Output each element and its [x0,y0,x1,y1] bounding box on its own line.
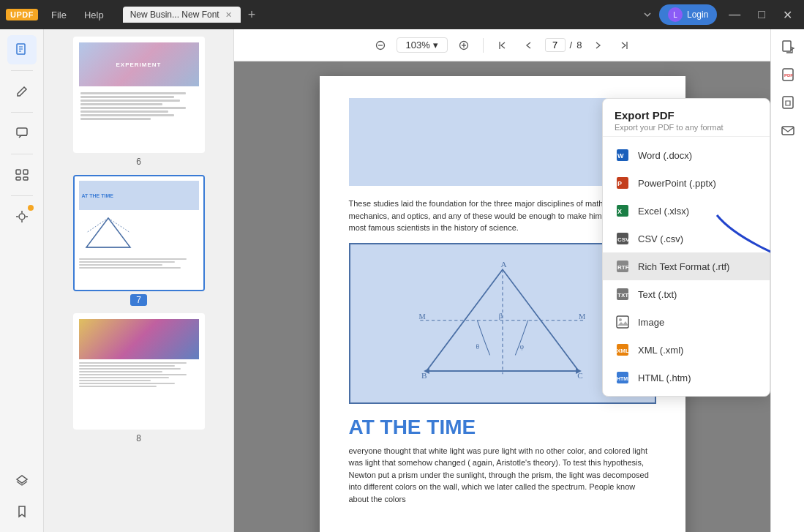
svg-text:W: W [617,152,624,160]
thumb-frame-7: AT THE TIME [73,175,205,291]
thumbnail-page-8[interactable]: 8 [66,313,212,444]
sidebar-icon-tools[interactable] [7,202,37,231]
export-list: W Word (.docx) P PowerPoint (.pptx) X [603,137,770,396]
svg-rect-53 [783,97,793,108]
svg-rect-50 [783,41,791,51]
prev-page-icon [524,40,534,50]
svg-rect-54 [782,127,794,135]
right-icon-protect[interactable] [776,91,800,114]
export-item-rtf[interactable]: RTF Rich Text Format (.rtf) [603,252,770,280]
menu-file[interactable]: File [44,7,74,23]
main-area: EXPERIMENT [0,29,804,532]
rtf-icon: RTF [615,258,631,274]
prev-page-button[interactable] [519,35,539,56]
right-toolbar: PDF [770,29,804,532]
export-item-csv-label: CSV (.csv) [638,233,683,244]
divider-4 [11,195,33,196]
zoom-out-button[interactable] [370,35,391,56]
maximize-button[interactable]: □ [752,7,771,23]
export-item-txt[interactable]: TXT Text (.txt) [603,280,770,308]
svg-text:PDF: PDF [784,73,793,78]
document-icon [15,42,29,57]
right-icon-mail[interactable] [776,119,800,142]
export-panel-header: Export PDF Export your PDF to any format [603,99,770,137]
mail-icon [781,123,795,138]
svg-text:A: A [500,259,507,268]
tab-label: New Busin... New Font [130,10,219,20]
menu-help[interactable]: Help [77,7,111,23]
divider-3 [11,154,33,154]
word-icon: W [615,147,631,163]
login-button[interactable]: L Login [659,4,717,25]
zoom-in-button[interactable] [454,35,474,56]
thumb7-blue-bar: AT THE TIME [79,181,199,210]
export-item-image[interactable]: Image [603,308,770,336]
svg-rect-44 [617,316,628,328]
export-panel: Export PDF Export your PDF to any format… [602,98,770,397]
page-input[interactable] [545,38,566,52]
thumb-number-8: 8 [130,432,147,444]
chevron-down-icon[interactable] [642,9,653,20]
first-page-button[interactable] [492,35,513,56]
minimize-button[interactable]: — [723,7,746,23]
svg-text:θ: θ [476,342,479,350]
zoom-chevron: ▾ [433,40,438,50]
thumb6-lines [80,92,198,120]
tab-document[interactable]: New Busin... New Font ✕ [123,7,241,23]
svg-text:RTF: RTF [617,264,629,271]
sidebar-icon-document[interactable] [7,35,37,64]
svg-point-45 [619,318,622,321]
pdf-viewport[interactable]: These studies laid the foundation for th… [234,61,770,532]
right-icon-export[interactable] [776,35,800,59]
sidebar-icon-organize[interactable] [7,160,37,190]
app-logo: UPDF [6,9,38,20]
sidebar-icon-edit[interactable] [7,77,37,106]
thumb7-text-lines [79,258,199,269]
export-item-excel[interactable]: X Excel (.xlsx) [603,197,770,225]
page-navigation: / 8 [545,38,582,52]
right-icon-pdf[interactable]: PDF [776,63,800,86]
plus-icon [459,40,469,50]
tools-icon [15,209,29,224]
protect-icon [781,95,795,110]
export-item-xml-label: XML (.xml) [638,345,683,356]
svg-text:B: B [421,371,427,380]
last-page-button[interactable] [614,35,634,56]
ppt-icon: P [615,175,631,191]
thumbnail-page-6[interactable]: EXPERIMENT [66,37,212,168]
page-body-text2: everyone thought that white light was pu… [349,445,656,506]
image-icon [615,314,631,330]
thumb7-title-text: AT THE TIME [82,193,113,198]
zoom-display[interactable]: 103% ▾ [397,37,448,53]
login-label: Login [687,10,708,20]
next-page-icon [593,40,603,50]
next-page-button[interactable] [587,35,608,56]
page-heading: AT THE TIME [349,416,656,439]
title-bar: UPDF File Help New Busin... New Font ✕ +… [0,0,804,29]
sidebar-icon-comment[interactable] [7,119,37,148]
page-separator: / [570,40,573,50]
export-item-ppt[interactable]: P PowerPoint (.pptx) [603,169,770,197]
thumbnail-page-7[interactable]: AT THE TIME 7 [66,175,212,306]
last-page-icon [619,40,629,50]
svg-line-13 [108,218,130,233]
export-item-html[interactable]: HTML HTML (.htm) [603,364,770,391]
export-item-word[interactable]: W Word (.docx) [603,141,770,169]
export-item-ppt-label: PowerPoint (.pptx) [638,178,716,189]
toolbar: 103% ▾ / 8 [234,29,770,61]
tab-add-button[interactable]: + [244,7,260,23]
left-sidebar [0,29,44,532]
close-button[interactable]: ✕ [777,7,798,23]
diagram-svg: A B C M M β θ φ [407,250,598,397]
export-item-csv[interactable]: CSV CSV (.csv) [603,225,770,252]
svg-text:C: C [577,371,583,380]
thumb-number-6: 6 [130,156,147,168]
export-item-xml[interactable]: XML XML (.xml) [603,336,770,364]
svg-text:X: X [617,208,622,215]
sidebar-icon-bookmark[interactable] [7,497,37,526]
tab-close-button[interactable]: ✕ [224,10,233,20]
export-panel-title: Export PDF [615,109,758,121]
first-page-icon [497,40,508,50]
sidebar-icon-layers[interactable] [7,465,37,494]
export-item-txt-label: Text (.txt) [638,289,677,300]
